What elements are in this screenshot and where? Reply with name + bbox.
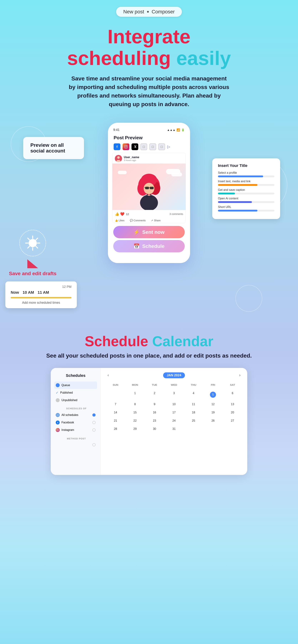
facebook-icon[interactable]: f xyxy=(114,144,120,150)
time-progress-bar xyxy=(11,297,71,298)
cal-day-14[interactable]: 14 xyxy=(106,409,125,416)
insert-panel: Insert Your Title Select a profile Inser… xyxy=(212,158,280,219)
schedule-button[interactable]: 📅 Schedule xyxy=(113,240,185,252)
comment-icon: 💬 xyxy=(130,219,133,222)
cal-day-6[interactable]: 6 xyxy=(223,390,242,400)
cal-day-2[interactable]: 2 xyxy=(145,390,164,400)
post-user-row: User_name 3 hours ago xyxy=(112,153,186,164)
cal-day-26[interactable]: 26 xyxy=(203,417,223,424)
calendar-widget: Schedules Queue ✓ Published Unpublished … xyxy=(51,368,247,475)
sidebar-item-published[interactable]: ✓ Published xyxy=(54,389,97,396)
progress-fill-0 xyxy=(218,176,263,177)
time-slots: Now 10 AM 11 AM xyxy=(11,290,71,295)
cal-day-23[interactable]: 23 xyxy=(145,417,164,424)
cal-day-13[interactable]: 13 xyxy=(223,400,242,408)
status-icons: ▲▲▲ 📶 🔋 xyxy=(167,128,185,132)
sidebar-item-facebook[interactable]: f Facebook xyxy=(54,419,97,426)
comments-link[interactable]: 3 comments xyxy=(170,212,183,216)
breadcrumb-composer[interactable]: Composer xyxy=(152,9,175,14)
sun-icon xyxy=(24,234,42,252)
cloud-2 xyxy=(171,172,182,176)
cal-day-10[interactable]: 10 xyxy=(164,400,184,408)
svg-point-34 xyxy=(57,430,58,430)
social-more-icon[interactable]: ▷ xyxy=(167,144,170,149)
cal-day-30[interactable]: 30 xyxy=(145,425,164,433)
cal-heading-teal: Calendar xyxy=(152,333,213,349)
arrow-icon xyxy=(9,259,56,269)
unpublished-label: Unpublished xyxy=(61,398,77,402)
cal-prev-button[interactable]: ‹ xyxy=(106,372,111,378)
svg-point-0 xyxy=(29,239,37,247)
cal-day-15[interactable]: 15 xyxy=(125,409,145,416)
comments-action[interactable]: 💬 Comments xyxy=(130,219,146,222)
hero-line2-red: scheduling xyxy=(67,47,171,69)
comments-label: Comments xyxy=(134,219,146,222)
cal-next-button[interactable]: › xyxy=(237,372,242,378)
heart-icon[interactable]: ❤️ xyxy=(120,212,124,216)
like-icons: 👍 ❤️ xyxy=(115,212,124,216)
phone-frame: 9:41 ▲▲▲ 📶 🔋 Post Preview f 𝕏 □ □ □ ▷ xyxy=(108,123,190,263)
instagram-radio[interactable] xyxy=(92,428,96,432)
cal-day-8[interactable]: 8 xyxy=(125,400,145,408)
insert-label-2: Get and save caption xyxy=(218,188,274,192)
thumbs-up-icon[interactable]: 👍 xyxy=(115,212,119,216)
cal-day-22[interactable]: 22 xyxy=(125,417,145,424)
cal-week-5: 28 29 30 31 xyxy=(106,425,242,433)
cal-day-20[interactable]: 20 xyxy=(223,409,242,416)
cal-day-27[interactable]: 27 xyxy=(223,417,242,424)
breadcrumb-new-post[interactable]: New post xyxy=(123,9,144,14)
sidebar-item-unpublished[interactable]: Unpublished xyxy=(54,396,97,404)
twitter-x-icon[interactable]: 𝕏 xyxy=(131,144,138,150)
progress-track-3 xyxy=(218,201,274,203)
published-label: Published xyxy=(60,391,73,394)
cal-day-16[interactable]: 16 xyxy=(145,409,164,416)
cal-day-31[interactable]: 31 xyxy=(164,425,184,433)
cal-day-11[interactable]: 11 xyxy=(184,400,203,408)
sidebar-item-all[interactable]: All schedules xyxy=(54,411,97,419)
svg-rect-24 xyxy=(145,187,149,189)
share-action[interactable]: ↗ Share xyxy=(151,219,161,222)
svg-rect-33 xyxy=(57,429,59,431)
facebook-radio[interactable] xyxy=(92,421,96,424)
cal-month-badge: JAN 2024 xyxy=(163,372,185,378)
cal-day-9[interactable]: 9 xyxy=(145,400,164,408)
hero-section: Integrate scheduling easily Save time an… xyxy=(0,18,298,112)
cal-day-18[interactable]: 18 xyxy=(184,409,203,416)
cal-day-5[interactable]: 5 xyxy=(203,390,223,400)
cal-day-25[interactable]: 25 xyxy=(184,417,203,424)
social-sq3[interactable]: □ xyxy=(158,144,165,150)
likes-action[interactable]: 👍 Likes xyxy=(115,219,124,222)
cal-day-29[interactable]: 29 xyxy=(125,425,145,433)
cal-day-7[interactable]: 7 xyxy=(106,400,125,408)
sidebar-item-instagram[interactable]: Instagram xyxy=(54,426,97,434)
social-sq1[interactable]: □ xyxy=(140,144,147,150)
svg-line-5 xyxy=(28,238,30,240)
sidebar-item-method[interactable] xyxy=(54,442,97,448)
cal-header: ‹ JAN 2024 › xyxy=(106,372,242,378)
social-sq2[interactable]: □ xyxy=(149,144,156,150)
cal-day-28[interactable]: 28 xyxy=(106,425,125,433)
svg-point-16 xyxy=(140,195,158,210)
sent-now-button[interactable]: ⚡ Sent now xyxy=(113,226,185,238)
battery-icon: 🔋 xyxy=(181,128,185,132)
cal-day-19[interactable]: 19 xyxy=(203,409,223,416)
user-info: User_name 3 hours ago xyxy=(124,156,139,162)
hero-subtext: Save time and streamline your social med… xyxy=(69,74,229,108)
user-avatar xyxy=(115,155,122,162)
sidebar-item-queue[interactable]: Queue xyxy=(54,382,97,389)
cal-day-3[interactable]: 3 xyxy=(164,390,184,400)
cal-day-24[interactable]: 24 xyxy=(164,417,184,424)
insert-label-1: Insert text, media and link xyxy=(218,180,274,183)
cal-day-1[interactable]: 1 xyxy=(125,390,145,400)
progress-fill-4 xyxy=(218,210,257,212)
add-time-text[interactable]: Add more scheduled times xyxy=(11,301,71,304)
cal-day-12[interactable]: 12 xyxy=(203,400,223,408)
cal-day-21[interactable]: 21 xyxy=(106,417,125,424)
post-card: User_name 3 hours ago xyxy=(112,153,186,223)
method-radio[interactable] xyxy=(92,443,96,446)
cal-day-17[interactable]: 17 xyxy=(164,409,184,416)
instagram-icon[interactable] xyxy=(122,144,129,150)
cal-day-4[interactable]: 4 xyxy=(184,390,203,400)
svg-point-12 xyxy=(126,146,127,146)
social-icons-row[interactable]: f 𝕏 □ □ □ ▷ xyxy=(111,142,187,153)
